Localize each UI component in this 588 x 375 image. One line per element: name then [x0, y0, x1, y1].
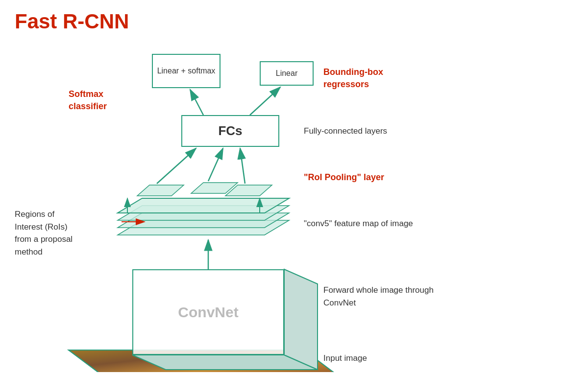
linear-softmax-label: Linear + softmax [157, 66, 216, 76]
fully-connected-label: Fully-connected layers [304, 125, 387, 137]
fcs-label: FCs [218, 123, 242, 139]
input-image-label: Input image [323, 352, 367, 364]
svg-marker-9 [118, 198, 289, 213]
fcs-box: FCs [181, 115, 279, 147]
convnet-label: ConvNet [178, 304, 238, 321]
svg-line-14 [157, 148, 196, 184]
svg-line-15 [208, 148, 223, 181]
svg-marker-6 [118, 220, 289, 235]
svg-line-18 [250, 87, 280, 115]
roi-pooling-label: "RoI Pooling" layer [304, 171, 384, 184]
svg-line-16 [240, 148, 245, 184]
svg-marker-7 [118, 213, 289, 228]
linear-softmax-box: Linear + softmax [152, 54, 220, 88]
forward-convnet-label: Forward whole image throughConvNet [323, 284, 434, 309]
svg-marker-12 [225, 185, 272, 196]
diagram-container: Linear + softmax Linear FCs ConvNet Soft… [0, 29, 588, 372]
svg-marker-10 [137, 185, 184, 196]
conv5-feature-label: "conv5" feature map of image [304, 218, 413, 230]
svg-marker-5 [284, 269, 318, 370]
svg-marker-4 [132, 355, 318, 370]
bounding-box-label: Bounding-boxregressors [323, 66, 383, 91]
svg-marker-8 [118, 206, 289, 220]
svg-line-17 [190, 90, 203, 115]
softmax-classifier-label: Softmaxclassifier [69, 88, 107, 113]
linear-label: Linear [276, 69, 297, 78]
regions-of-interest-label: Regions ofInterest (RoIs)from a proposal… [15, 208, 73, 258]
svg-marker-11 [191, 183, 238, 193]
linear-box: Linear [260, 61, 314, 86]
convnet-box: ConvNet [132, 269, 284, 355]
